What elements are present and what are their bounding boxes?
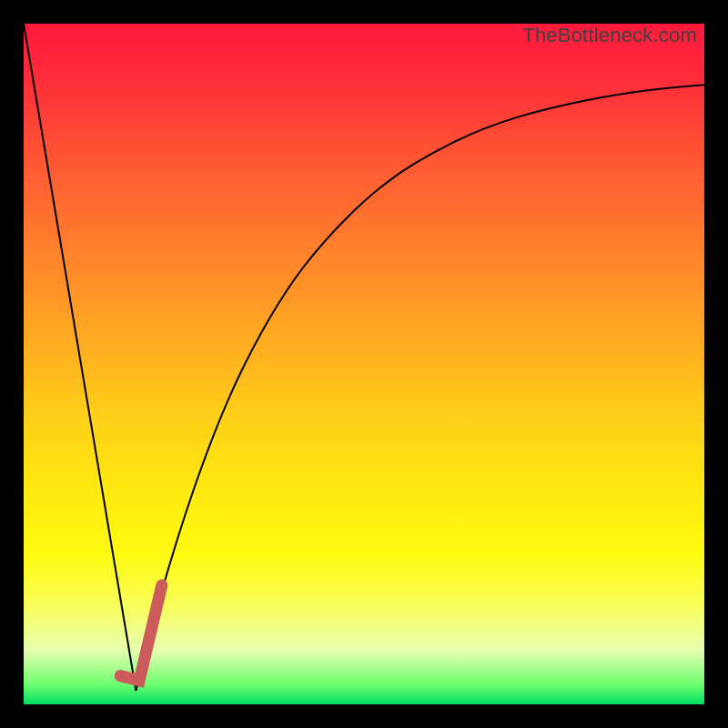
chart-frame: TheBottleneck.com	[0, 0, 728, 728]
watermark-text: TheBottleneck.com	[522, 24, 697, 47]
right-rising-curve	[136, 85, 704, 691]
curve-overlay	[24, 24, 704, 704]
plot-area: TheBottleneck.com	[24, 24, 704, 704]
left-falling-line	[24, 24, 136, 691]
